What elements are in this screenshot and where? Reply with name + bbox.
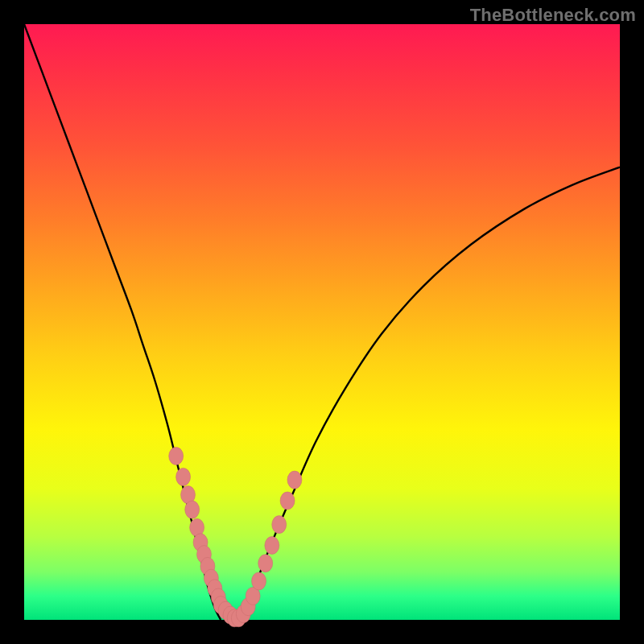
data-marker [272,516,287,534]
data-marker [185,501,200,518]
curve-layer [24,24,620,620]
watermark-text: TheBottleneck.com [470,5,636,26]
curve-right [238,167,620,620]
data-marker [287,471,302,489]
chart-stage: TheBottleneck.com [0,0,644,644]
data-marker [280,492,295,510]
data-marker [252,572,266,590]
plot-area [24,24,620,620]
markers-right [231,471,302,627]
markers-left [169,448,242,627]
data-marker [176,468,191,485]
data-marker [169,448,184,465]
data-marker [258,555,273,572]
data-marker [265,537,279,555]
